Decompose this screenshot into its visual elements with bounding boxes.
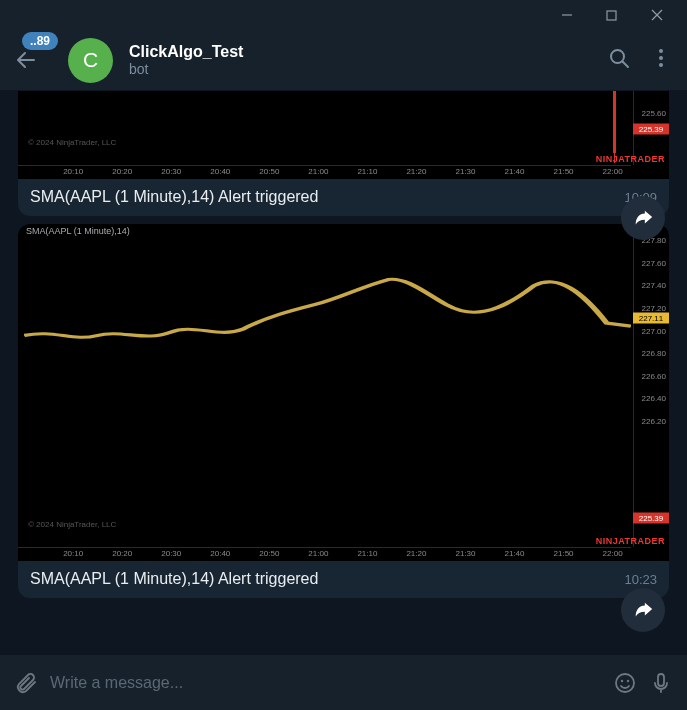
message-caption: SMA(AAPL (1 Minute),14) Alert triggered … [18, 561, 669, 598]
chart-copyright: © 2024 NinjaTrader, LLC [28, 520, 116, 529]
svg-rect-1 [607, 11, 616, 20]
attach-button[interactable] [14, 671, 38, 695]
message-composer [0, 655, 687, 710]
chart-watermark: NINJATRADER [596, 154, 665, 164]
message-list[interactable]: 225.60 225.39 20:10 20:20 20:30 20:40 20… [0, 91, 687, 655]
paperclip-icon [14, 671, 38, 695]
y-tick: 227.60 [642, 258, 666, 267]
chart-x-axis: 20:10 20:20 20:30 20:40 20:50 21:00 21:1… [18, 547, 631, 559]
x-tick: 22:00 [603, 167, 623, 176]
smile-icon [613, 671, 637, 695]
svg-point-7 [659, 56, 663, 60]
y-tick: 225.60 [642, 109, 666, 118]
x-tick: 20:30 [161, 167, 181, 176]
chart-overlay-title: SMA(AAPL (1 Minute),14) [26, 226, 130, 236]
chat-avatar[interactable]: C [68, 38, 113, 83]
x-tick: 21:00 [308, 549, 328, 558]
x-tick: 21:20 [406, 549, 426, 558]
price-marker-last: 225.39 [633, 512, 669, 523]
window-minimize-button[interactable] [544, 0, 589, 30]
search-button[interactable] [607, 46, 631, 74]
caption-text: SMA(AAPL (1 Minute),14) Alert triggered [30, 188, 318, 206]
svg-rect-12 [658, 674, 664, 686]
x-tick: 21:40 [505, 549, 525, 558]
chart-y-axis: 227.80 227.60 227.40 227.20 227.11 227.0… [633, 224, 669, 547]
x-tick: 21:30 [455, 167, 475, 176]
arrow-left-icon [14, 48, 38, 72]
back-button[interactable]: ..89 [14, 48, 38, 72]
x-tick: 20:10 [63, 167, 83, 176]
x-tick: 21:30 [455, 549, 475, 558]
chart-x-axis: 20:10 20:20 20:30 20:40 20:50 21:00 21:1… [18, 165, 631, 177]
y-tick: 227.40 [642, 281, 666, 290]
svg-point-6 [659, 49, 663, 53]
y-tick: 226.80 [642, 349, 666, 358]
x-tick: 22:00 [603, 549, 623, 558]
y-tick: 226.40 [642, 394, 666, 403]
y-tick: 227.20 [642, 303, 666, 312]
x-tick: 20:40 [210, 167, 230, 176]
menu-button[interactable] [649, 46, 673, 74]
x-tick: 20:50 [259, 167, 279, 176]
svg-line-5 [623, 62, 629, 68]
y-tick: 226.60 [642, 371, 666, 380]
x-tick: 21:20 [406, 167, 426, 176]
y-tick: 226.20 [642, 417, 666, 426]
chat-subtitle: bot [129, 61, 597, 77]
window-titlebar [0, 0, 687, 30]
x-tick: 21:10 [357, 549, 377, 558]
x-tick: 21:40 [505, 167, 525, 176]
window-close-button[interactable] [634, 0, 679, 30]
share-button[interactable] [621, 196, 665, 240]
caption-text: SMA(AAPL (1 Minute),14) Alert triggered [30, 570, 318, 588]
search-icon [607, 46, 631, 70]
chat-header: ..89 C ClickAlgo_Test bot [0, 30, 687, 91]
message[interactable]: 225.60 225.39 20:10 20:20 20:30 20:40 20… [18, 91, 669, 216]
microphone-icon [649, 671, 673, 695]
chart-image[interactable]: 225.60 225.39 20:10 20:20 20:30 20:40 20… [18, 91, 669, 179]
chat-name: ClickAlgo_Test [129, 43, 597, 61]
message-time: 10:23 [624, 572, 657, 587]
candlestick-area [24, 103, 631, 165]
chart-copyright: © 2024 NinjaTrader, LLC [28, 138, 116, 147]
message-caption: SMA(AAPL (1 Minute),14) Alert triggered … [18, 179, 669, 216]
x-tick: 20:50 [259, 549, 279, 558]
emoji-button[interactable] [613, 671, 637, 695]
y-tick: 227.00 [642, 326, 666, 335]
unread-count-badge: ..89 [22, 32, 58, 50]
share-button[interactable] [621, 588, 665, 632]
share-icon [632, 599, 654, 621]
x-tick: 20:10 [63, 549, 83, 558]
x-tick: 20:20 [112, 167, 132, 176]
sma-line [24, 236, 631, 547]
message[interactable]: SMA(AAPL (1 Minute),14) 227.80 227.60 22… [18, 224, 669, 598]
svg-point-9 [616, 674, 634, 692]
x-tick: 20:30 [161, 549, 181, 558]
window-maximize-button[interactable] [589, 0, 634, 30]
chart-watermark: NINJATRADER [596, 536, 665, 546]
chat-title-block[interactable]: ClickAlgo_Test bot [129, 43, 597, 77]
x-tick: 20:40 [210, 549, 230, 558]
x-tick: 21:50 [554, 549, 574, 558]
price-marker-sma: 227.11 [633, 312, 669, 323]
share-icon [632, 207, 654, 229]
x-tick: 21:10 [357, 167, 377, 176]
price-marker-last: 225.39 [633, 124, 669, 135]
svg-point-10 [621, 679, 623, 681]
message-input[interactable] [50, 674, 601, 692]
svg-point-11 [627, 679, 629, 681]
more-vertical-icon [649, 46, 673, 70]
x-tick: 21:00 [308, 167, 328, 176]
x-tick: 21:50 [554, 167, 574, 176]
chart-image[interactable]: SMA(AAPL (1 Minute),14) 227.80 227.60 22… [18, 224, 669, 561]
voice-button[interactable] [649, 671, 673, 695]
x-tick: 20:20 [112, 549, 132, 558]
svg-point-8 [659, 63, 663, 67]
